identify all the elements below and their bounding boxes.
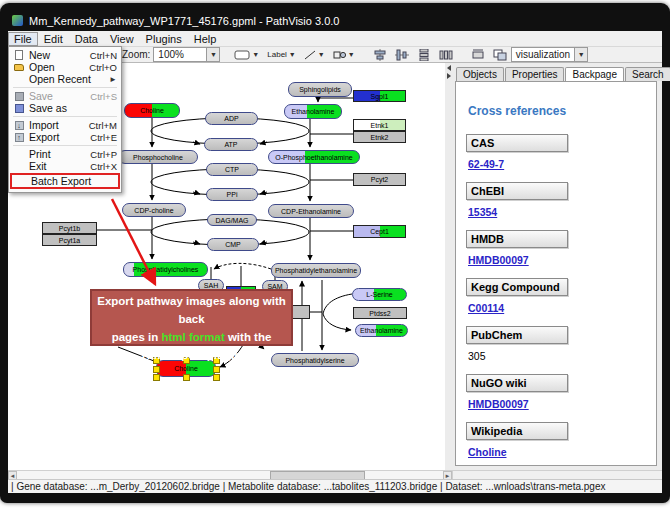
- backpage-panel[interactable]: Cross references CAS62-49-7ChEBI15354HMD…: [455, 81, 657, 466]
- menu-item-new[interactable]: NewCtrl+N: [10, 49, 120, 61]
- menu-item-label: Exit: [29, 160, 86, 172]
- chevron-down-icon[interactable]: ▼: [252, 51, 259, 58]
- pathway-node-sphingolipids[interactable]: Sphingolipids: [288, 82, 352, 97]
- selection-handle[interactable]: [153, 366, 160, 373]
- menu-shortcut: Ctrl+S: [90, 91, 117, 102]
- pathway-node-cdp-ethanolamine[interactable]: CDP-Ethanolamine: [268, 204, 354, 218]
- menu-item-open-recent[interactable]: Open Recent►: [10, 73, 120, 85]
- pathway-node-phosphocholine[interactable]: Phosphocholine: [118, 150, 198, 164]
- expand-right-icon[interactable]: [447, 73, 451, 79]
- zoom-label: Zoom:: [122, 49, 150, 60]
- selection-handle[interactable]: [213, 374, 220, 381]
- line-tool-button[interactable]: ▼: [301, 47, 328, 62]
- pathway-node-ctp[interactable]: CTP: [206, 163, 258, 176]
- pathway-node-cmp[interactable]: CMP: [207, 238, 259, 251]
- xref-link[interactable]: C00114: [468, 302, 504, 314]
- pathway-node-etnk1[interactable]: Etnk1: [353, 119, 406, 131]
- pathway-node-phosphatidylcholines[interactable]: Phosphatidylcholines: [123, 262, 208, 277]
- app-content: FileEditDataViewPluginsHelp Zoom: 100% ▼…: [8, 31, 662, 493]
- chevron-down-icon[interactable]: ▼: [348, 51, 355, 58]
- pathway-node-pcyt1b[interactable]: Pcyt1b: [42, 222, 97, 234]
- pathway-node-ptdss2[interactable]: Ptdss2: [353, 307, 407, 319]
- datanode-tool-button[interactable]: ▼: [231, 47, 262, 62]
- menu-item-export[interactable]: ↑ExportCtrl+E: [10, 131, 120, 143]
- xref-link[interactable]: Choline: [468, 446, 507, 458]
- xref-link[interactable]: 62-49-7: [468, 158, 504, 170]
- pathway-node-pcyt2[interactable]: Pcyt2: [353, 173, 406, 186]
- stack-horizontal-icon: [439, 49, 453, 61]
- menu-item-open[interactable]: OpenCtrl+O: [10, 61, 120, 73]
- align-center-x-button[interactable]: [370, 47, 390, 62]
- menu-plugins[interactable]: Plugins: [140, 32, 188, 46]
- menu-item-save[interactable]: SaveCtrl+S: [10, 90, 120, 102]
- menu-item-print[interactable]: PrintCtrl+P: [10, 148, 120, 160]
- zoom-combobox[interactable]: 100% ▼: [153, 47, 220, 62]
- menu-item-batch-export[interactable]: Batch Export: [10, 173, 120, 189]
- menu-item-exit[interactable]: ExitCtrl+X: [10, 160, 120, 172]
- align-center-y-button[interactable]: [392, 47, 412, 62]
- pathway-node-sgpl1[interactable]: Sgpl1: [353, 90, 406, 102]
- pathway-node-cept1[interactable]: Cept1: [353, 225, 406, 238]
- shape-tool-button[interactable]: ▼: [330, 47, 358, 62]
- pathway-node-adp[interactable]: ADP: [205, 112, 258, 125]
- label-tool-button[interactable]: Label ▼: [264, 47, 299, 62]
- pathway-node-ppi[interactable]: PPi: [206, 188, 258, 201]
- tab-properties[interactable]: Properties: [505, 67, 565, 81]
- xref-value: 15354: [468, 206, 646, 218]
- tab-backpage[interactable]: Backpage: [565, 67, 623, 82]
- menu-view[interactable]: View: [104, 32, 140, 46]
- pathway-node-l-serine[interactable]: L-Serine: [352, 288, 407, 301]
- pathway-node-etnk2[interactable]: Etnk2: [353, 131, 406, 143]
- menu-file[interactable]: File: [8, 32, 38, 46]
- cross-references-list: CAS62-49-7ChEBI15354HMDBHMDB00097Kegg Co…: [466, 134, 646, 458]
- xref-link[interactable]: HMDB00097: [468, 254, 529, 266]
- screenshot-stage: Mm_Kennedy_pathway_WP1771_45176.gpml - P…: [0, 0, 670, 509]
- pathway-node-o-phosphoethanolamine[interactable]: O-Phosphoethanolamine: [268, 150, 360, 164]
- xref-value: 305: [468, 350, 646, 362]
- pathway-node-choline[interactable]: Choline: [124, 103, 180, 118]
- visualization-value: visualization: [512, 49, 574, 60]
- xref-link[interactable]: 15354: [468, 206, 497, 218]
- selection-handle[interactable]: [153, 374, 160, 381]
- selection-handle[interactable]: [213, 366, 220, 373]
- tab-objects[interactable]: Objects: [456, 67, 504, 81]
- menu-icon-spacer: [13, 161, 25, 171]
- pathway-node-phosphatidylethanolamine[interactable]: Phosphatidylethanolamine: [271, 263, 361, 278]
- menu-item-import[interactable]: ↓ImportCtrl+M: [10, 119, 120, 131]
- chevron-down-icon[interactable]: ▼: [318, 51, 325, 58]
- chevron-down-icon[interactable]: ▼: [574, 48, 587, 61]
- menu-edit[interactable]: Edit: [38, 32, 69, 46]
- menu-shortcut: Ctrl+X: [90, 161, 117, 172]
- pathway-node-ethanolamine[interactable]: Ethanolamine: [284, 104, 342, 119]
- menu-item-label: Open: [29, 61, 85, 73]
- callout-line-2: pages in html format with the: [92, 328, 291, 346]
- callout-line-3: HtmlExport plugin: [92, 346, 291, 364]
- collapse-left-icon[interactable]: [447, 65, 451, 71]
- menu-item-save-as[interactable]: Save as: [10, 102, 120, 114]
- pathway-node-pcyt1a[interactable]: Pcyt1a: [42, 234, 97, 246]
- annotation-callout: Export pathway images along with back pa…: [90, 289, 293, 346]
- open-icon: [14, 64, 24, 71]
- xref-section-nugo-wiki: NuGO wikiHMDB00097: [466, 374, 646, 410]
- stack-vertical-button[interactable]: [414, 47, 434, 62]
- title-bar[interactable]: Mm_Kennedy_pathway_WP1771_45176.gpml - P…: [8, 10, 662, 31]
- chevron-down-icon[interactable]: ▼: [206, 48, 219, 61]
- visualization-combobox[interactable]: visualization ▼: [511, 47, 588, 62]
- pathway-node-ethanolamine[interactable]: Ethanolamine: [355, 324, 408, 337]
- panel-splitter[interactable]: [445, 63, 452, 470]
- pathway-node-cdp-choline[interactable]: CDP-choline: [122, 203, 186, 217]
- common-size-button[interactable]: [468, 47, 488, 62]
- xref-value: 62-49-7: [468, 158, 646, 170]
- tab-search[interactable]: Search: [625, 67, 670, 81]
- pathway-node-atp[interactable]: ATP: [204, 138, 258, 151]
- xref-link[interactable]: HMDB00097: [468, 398, 529, 410]
- menu-shortcut: Ctrl+O: [89, 62, 117, 73]
- xref-value: Choline: [468, 446, 646, 458]
- menu-help[interactable]: Help: [188, 32, 223, 46]
- chevron-down-icon[interactable]: ▼: [289, 51, 296, 58]
- selection-handle[interactable]: [183, 374, 190, 381]
- zorder-button[interactable]: [490, 47, 510, 62]
- stack-horizontal-button[interactable]: [436, 47, 456, 62]
- pathway-node-dag-mag[interactable]: DAG/MAG: [207, 214, 257, 226]
- menu-data[interactable]: Data: [69, 32, 104, 46]
